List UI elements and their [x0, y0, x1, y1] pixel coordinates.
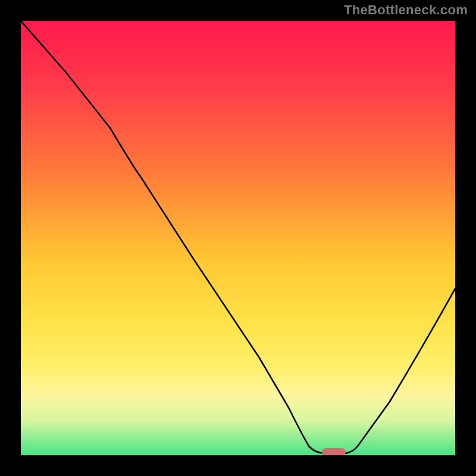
- chart-plot-area: [21, 21, 455, 455]
- chart-overlay: [21, 21, 455, 455]
- watermark-text: TheBottleneck.com: [344, 2, 468, 18]
- marker-optimal: [322, 448, 346, 455]
- bottleneck-curve: [21, 21, 455, 453]
- chart-frame: TheBottleneck.com: [0, 0, 476, 476]
